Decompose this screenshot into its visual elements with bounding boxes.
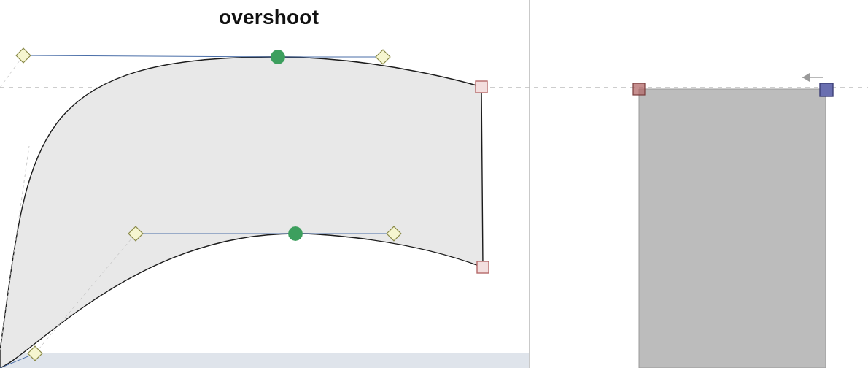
smooth-anchor[interactable] bbox=[271, 50, 285, 64]
svg-marker-6 bbox=[802, 73, 810, 82]
svg-rect-4 bbox=[28, 346, 42, 361]
off-curve-point[interactable] bbox=[376, 50, 390, 64]
off-curve-point[interactable] bbox=[28, 346, 42, 361]
editor-svg bbox=[0, 0, 868, 368]
svg-rect-0 bbox=[16, 48, 31, 63]
handle-line bbox=[23, 55, 278, 57]
handle-line-muted bbox=[0, 55, 23, 88]
corner-anchor[interactable] bbox=[633, 83, 645, 95]
off-curve-point[interactable] bbox=[16, 48, 31, 63]
smooth-anchor[interactable] bbox=[288, 226, 303, 241]
glyph-editor-canvas[interactable]: overshoot bbox=[0, 0, 868, 368]
corner-anchor[interactable] bbox=[477, 261, 489, 273]
left-glyph-path[interactable] bbox=[0, 57, 483, 368]
right-glyph-path[interactable] bbox=[639, 89, 826, 368]
path-direction-arrow-icon bbox=[802, 73, 823, 82]
svg-rect-1 bbox=[376, 50, 390, 64]
corner-anchor-selected[interactable] bbox=[820, 83, 833, 96]
corner-anchor[interactable] bbox=[476, 81, 487, 93]
